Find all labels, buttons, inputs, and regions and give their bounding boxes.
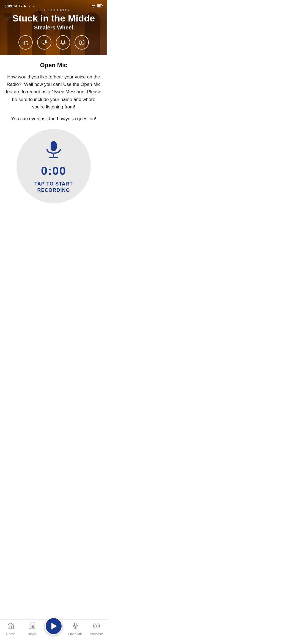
description-text: How would you like to hear your voice on… [6, 73, 102, 111]
dot-icon: ● [33, 5, 34, 7]
svg-rect-1 [102, 5, 103, 6]
wifi-icon [91, 4, 96, 8]
hero-artist: Stealers Wheel [34, 24, 73, 31]
google-icon: G [19, 4, 22, 8]
content-area: Open Mic How would you like to hear your… [0, 55, 107, 231]
timer-display: 0:00 [41, 164, 66, 178]
action-buttons-row [18, 35, 89, 50]
description-extra-text: You can even ask the Lawyer a question! [6, 115, 102, 122]
hero-title: Stuck in the Midde [12, 13, 95, 23]
tap-to-start-label: TAP TO STARTRECORDING [34, 181, 73, 194]
checkmark-icon: ✓ [28, 4, 31, 8]
bell-button[interactable] [56, 35, 70, 50]
status-icons-area [91, 4, 103, 8]
info-button[interactable] [75, 35, 89, 50]
microphone-icon [43, 139, 65, 161]
youtube-icon: ▶ [24, 4, 26, 8]
battery-icon [97, 4, 103, 8]
menu-button[interactable] [4, 14, 12, 18]
thumbs-up-button[interactable] [18, 35, 33, 50]
mic-record-button[interactable]: 0:00 TAP TO STARTRECORDING [16, 129, 91, 203]
status-time-area: 5:09 M G ▶ ✓ ● [4, 4, 34, 8]
svg-rect-7 [51, 141, 57, 151]
thumbs-down-button[interactable] [37, 35, 51, 50]
time-display: 5:09 [4, 4, 12, 8]
gmail-icon: M [14, 4, 17, 8]
status-bar: 5:09 M G ▶ ✓ ● [0, 0, 107, 12]
section-title: Open Mic [6, 62, 102, 69]
svg-rect-2 [98, 5, 101, 7]
